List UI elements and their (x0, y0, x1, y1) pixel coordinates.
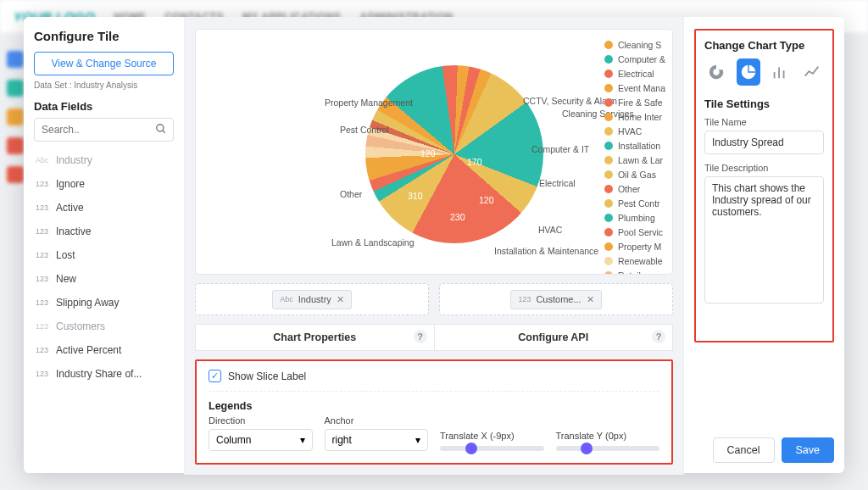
anchor-select[interactable]: right ▾ (325, 429, 429, 451)
legend-item: Pest Contr (604, 197, 665, 209)
chart-data-label: 120 (479, 195, 494, 205)
direction-label: Direction (209, 415, 313, 426)
field-row[interactable]: 123Industry Share of... (34, 362, 174, 386)
field-row[interactable]: 123New (34, 267, 174, 291)
legend-item: Installation (604, 139, 665, 152)
chart-data-label: 120 (420, 148, 436, 159)
field-row[interactable]: 123Lost (34, 243, 174, 267)
tab-chart-properties[interactable]: Chart Properties ? (195, 324, 435, 351)
modal-title: Configure Tile (34, 29, 174, 43)
chart-properties-panel: ✓ Show Slice Label Legends Direction Col… (195, 359, 673, 465)
legend-item: Lawn & Lar (604, 153, 665, 166)
save-button[interactable]: Save (782, 437, 835, 463)
data-fields-heading: Data Fields (34, 100, 174, 113)
chart-preview: Cleaning ServicesCCTV, Security & AlarmP… (195, 29, 673, 275)
show-slice-label-checkbox[interactable]: ✓ (209, 370, 221, 382)
right-panel: Change Chart Type Tile Settings Tile Nam… (683, 17, 844, 475)
chart-legend: Cleaning SComputer &ElectricalEvent Mana… (604, 38, 665, 275)
legend-item: Event Mana (604, 81, 665, 94)
translate-x-label: Translate X (-9px) (440, 431, 544, 441)
translate-x-slider[interactable] (440, 446, 544, 451)
svg-point-0 (157, 125, 164, 131)
tile-settings-heading: Tile Settings (704, 97, 824, 110)
field-row[interactable]: 123Slipping Away (34, 291, 174, 315)
svg-point-2 (713, 69, 719, 75)
legend-item: Renewable (604, 254, 665, 267)
chevron-down-icon: ▾ (415, 434, 420, 446)
chart-data-label: 170 (467, 157, 482, 167)
direction-select[interactable]: Column ▾ (209, 429, 313, 451)
tab-configure-api[interactable]: Configure API ? (435, 324, 674, 351)
legend-item: HVAC (604, 125, 665, 137)
data-fields-list: AbcIndustry123Ignore123Active123Inactive… (34, 148, 174, 468)
field-row[interactable]: 123Customers (34, 315, 174, 338)
anchor-label: Anchor (325, 415, 429, 426)
legend-item: Electrical (604, 67, 665, 80)
chart-data-label: Computer & IT (531, 144, 589, 154)
search-input[interactable] (34, 118, 174, 142)
legend-item: Property M (604, 240, 665, 253)
dataset-label: Data Set : Industry Analysis (34, 81, 174, 90)
chip-label: Custome... (536, 294, 581, 304)
field-row[interactable]: AbcIndustry (34, 148, 174, 172)
svg-line-1 (163, 131, 165, 133)
chart-data-label: 230 (450, 212, 465, 222)
translate-y-label: Translate Y (0px) (556, 431, 660, 441)
chip-label: Industry (298, 294, 331, 304)
legend-item: Home Inter (604, 110, 665, 123)
change-chart-type-heading: Change Chart Type (704, 39, 824, 52)
chart-data-label: Installation & Maintenance (494, 246, 598, 256)
chart-data-label: Other (340, 189, 362, 199)
help-icon[interactable]: ? (414, 330, 427, 343)
legend-item: Pool Servic (604, 226, 665, 238)
legend-item: Plumbing (604, 211, 665, 224)
chart-data-label: CCTV, Security & Alarm (523, 96, 617, 106)
legend-item: Fire & Safe (604, 96, 665, 109)
chip-industry[interactable]: Abc Industry ✕ (272, 290, 352, 309)
legends-heading: Legends (209, 400, 659, 412)
chart-data-label: Electrical (539, 178, 576, 188)
field-row[interactable]: 123Ignore (34, 172, 174, 196)
chip-customers[interactable]: 123 Custome... ✕ (510, 290, 601, 309)
show-slice-label-text: Show Slice Label (228, 370, 306, 382)
chart-data-label: Pest Control (340, 125, 389, 135)
legend-item: Other (604, 182, 665, 195)
field-row[interactable]: 123Inactive (34, 220, 174, 243)
legend-item: Retail (604, 269, 665, 275)
field-row[interactable]: 123Active (34, 196, 174, 220)
legend-item: Computer & (604, 53, 665, 65)
left-panel: Configure Tile View & Change Source Data… (24, 17, 185, 475)
translate-y-slider[interactable] (556, 446, 660, 451)
legend-item: Cleaning S (604, 38, 665, 51)
chart-type-bar[interactable] (769, 58, 793, 86)
close-icon[interactable]: ✕ (337, 294, 344, 305)
tile-desc-label: Tile Description (704, 163, 824, 173)
tile-name-label: Tile Name (704, 117, 824, 127)
configure-tile-modal: Configure Tile View & Change Source Data… (24, 17, 844, 473)
chevron-down-icon: ▾ (300, 434, 305, 446)
center-panel: Cleaning ServicesCCTV, Security & AlarmP… (185, 17, 683, 475)
tile-desc-textarea[interactable] (704, 176, 824, 303)
drop-zone-measure[interactable]: 123 Custome... ✕ (439, 283, 673, 315)
help-icon[interactable]: ? (652, 330, 665, 343)
search-icon (155, 123, 167, 135)
legend-item: Oil & Gas (604, 168, 665, 181)
chart-type-pie[interactable] (737, 58, 760, 86)
tile-name-input[interactable] (704, 131, 824, 154)
chart-data-label: Property Management (325, 97, 413, 108)
field-row[interactable]: 123Active Percent (34, 338, 174, 362)
chart-type-donut[interactable] (704, 58, 728, 86)
view-change-source-button[interactable]: View & Change Source (34, 52, 174, 75)
close-icon[interactable]: ✕ (587, 294, 594, 305)
chart-data-label: HVAC (538, 225, 562, 235)
cancel-button[interactable]: Cancel (713, 437, 775, 463)
chart-data-label: 310 (408, 191, 423, 201)
chart-data-label: Lawn & Landscaping (331, 237, 415, 248)
chart-type-line[interactable] (800, 58, 824, 86)
drop-zone-dimension[interactable]: Abc Industry ✕ (195, 283, 429, 315)
